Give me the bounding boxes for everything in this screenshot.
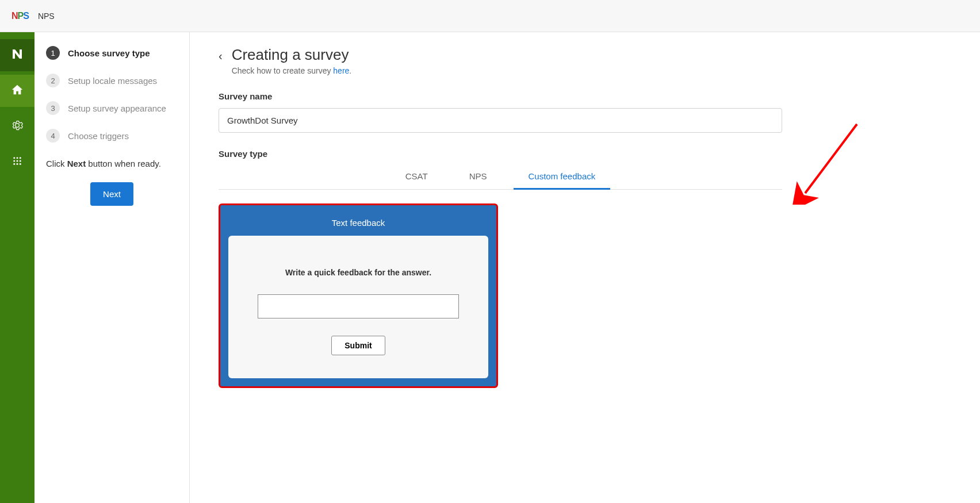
feedback-input[interactable] [258,294,459,318]
subtitle-prefix: Check how to create survey [232,66,334,75]
svg-point-7 [17,163,18,164]
home-icon [11,83,24,99]
hint-prefix: Click [46,159,67,168]
step-setup-appearance[interactable]: 3 Setup survey appearance [46,101,178,115]
step-setup-locale[interactable]: 2 Setup locale messages [46,74,178,87]
svg-point-2 [20,157,21,159]
page-title: Creating a survey [232,46,352,64]
back-chevron-icon[interactable]: ‹ [219,46,223,63]
annotation-arrow-icon [788,113,868,205]
n-logo-icon [10,47,24,64]
next-button[interactable]: Next [90,182,133,206]
step-number: 2 [46,74,60,87]
hint-suffix: button when ready. [86,159,161,168]
step-number: 1 [46,46,60,60]
subtitle-suffix: . [349,66,351,75]
main-content: ‹ Creating a survey Check how to create … [190,32,980,503]
feedback-prompt: Write a quick feedback for the answer. [246,268,471,277]
left-rail [0,32,35,503]
hint-bold: Next [67,159,86,168]
step-label: Setup locale messages [68,76,157,86]
step-choose-survey-type[interactable]: 1 Choose survey type [46,46,178,60]
wizard-sidebar: 1 Choose survey type 2 Setup locale mess… [35,32,190,503]
step-choose-triggers[interactable]: 4 Choose triggers [46,129,178,143]
step-number: 3 [46,101,60,115]
survey-preview-card: Text feedback Write a quick feedback for… [219,203,498,388]
preview-inner: Write a quick feedback for the answer. S… [228,236,488,378]
survey-name-input[interactable] [219,108,782,133]
subtitle-link[interactable]: here [333,66,349,75]
app-title: NPS [38,11,55,21]
gear-icon [12,120,23,134]
tab-nps[interactable]: NPS [466,166,491,189]
step-label: Choose survey type [68,48,150,58]
submit-button[interactable]: Submit [331,336,385,355]
survey-type-tabs: CSAT NPS Custom feedback [219,166,782,190]
preview-card-title: Text feedback [228,213,488,236]
svg-point-6 [13,163,15,164]
wizard-hint: Click Next button when ready. [46,159,178,168]
svg-point-4 [17,160,18,162]
rail-item-home[interactable] [0,75,35,107]
tab-custom-feedback[interactable]: Custom feedback [525,166,599,189]
rail-item-logo[interactable] [0,39,35,71]
step-list: 1 Choose survey type 2 Setup locale mess… [46,46,178,143]
step-label: Setup survey appearance [68,103,166,113]
page-subtitle: Check how to create survey here. [232,66,352,75]
svg-point-8 [20,163,21,164]
svg-point-5 [20,160,21,162]
step-label: Choose triggers [68,131,129,141]
apps-icon [12,156,22,169]
survey-name-label: Survey name [219,91,951,101]
rail-item-settings[interactable] [0,110,35,143]
top-header: NPS NPS [0,0,980,32]
tab-csat[interactable]: CSAT [402,166,431,189]
rail-item-apps[interactable] [0,146,35,178]
survey-type-label: Survey type [219,149,951,159]
svg-point-3 [13,160,15,162]
step-number: 4 [46,129,60,143]
svg-point-0 [13,157,15,159]
nps-logo: NPS [12,11,29,21]
svg-line-9 [805,124,857,193]
svg-point-1 [17,157,18,159]
